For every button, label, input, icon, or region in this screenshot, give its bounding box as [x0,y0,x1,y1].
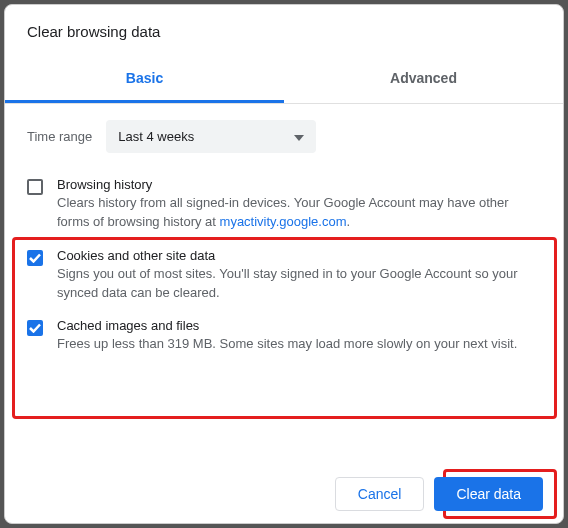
option-desc: Frees up less than 319 MB. Some sites ma… [57,335,541,354]
checkbox-cookies[interactable] [27,250,43,266]
tab-advanced[interactable]: Advanced [284,56,563,103]
time-range-value: Last 4 weeks [118,129,194,144]
dialog-title: Clear browsing data [27,23,541,40]
time-range-label: Time range [27,129,92,144]
checkbox-cache[interactable] [27,320,43,336]
option-title: Cookies and other site data [57,248,541,263]
option-desc: Signs you out of most sites. You'll stay… [57,265,541,303]
option-cache: Cached images and files Frees up less th… [27,316,541,356]
tabs: Basic Advanced [5,56,563,104]
option-title: Browsing history [57,177,541,192]
checkbox-browsing-history[interactable] [27,179,43,195]
tab-basic[interactable]: Basic [5,56,284,103]
myactivity-link[interactable]: myactivity.google.com [220,214,347,229]
cancel-button[interactable]: Cancel [335,477,425,511]
clear-browsing-data-dialog: Clear browsing data Basic Advanced Time … [4,4,564,524]
option-browsing-history: Browsing history Clears history from all… [27,175,541,234]
option-title: Cached images and files [57,318,541,333]
option-cookies: Cookies and other site data Signs you ou… [27,246,541,305]
options-list: Browsing history Clears history from all… [27,175,541,356]
time-range-select[interactable]: Last 4 weeks [106,120,316,153]
clear-data-button[interactable]: Clear data [434,477,543,511]
dialog-buttons: Cancel Clear data [335,477,543,511]
time-range-row: Time range Last 4 weeks [27,120,541,153]
chevron-down-icon [294,129,304,144]
option-desc: Clears history from all signed-in device… [57,194,541,232]
